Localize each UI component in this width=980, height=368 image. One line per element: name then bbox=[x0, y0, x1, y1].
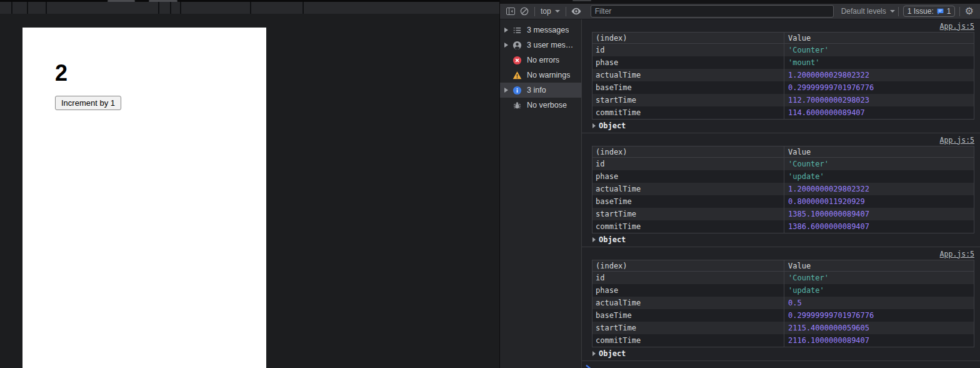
console-messages: App.js:5(index)Valueid'Counter'phase'mou… bbox=[582, 19, 980, 368]
console-table: (index)Valueid'Counter'phase'mount'actua… bbox=[592, 32, 974, 120]
table-row: id'Counter' bbox=[592, 158, 974, 170]
toolbar-divider bbox=[534, 7, 535, 16]
console-input[interactable] bbox=[582, 361, 980, 368]
toolbar-divider bbox=[898, 7, 899, 16]
chevron-down-icon bbox=[555, 10, 560, 13]
table-header-row: (index)Value bbox=[592, 260, 974, 272]
tab-fragment bbox=[572, 0, 591, 1]
table-row: actualTime1.2000000029802322 bbox=[592, 69, 974, 81]
column-header[interactable]: (index) bbox=[592, 33, 784, 43]
object-expander[interactable]: Object bbox=[592, 120, 974, 131]
panel-left-icon bbox=[506, 6, 516, 16]
row-value: 0.29999999701976776 bbox=[784, 81, 974, 94]
source-link[interactable]: App.js:5 bbox=[940, 136, 974, 145]
row-key: actualTime bbox=[592, 183, 784, 195]
sidebar-item-label: 3 user mes… bbox=[527, 41, 573, 49]
row-key: baseTime bbox=[592, 81, 784, 94]
expand-arrow-icon bbox=[592, 237, 596, 242]
verbose-icon bbox=[512, 100, 522, 110]
source-line: App.js:5 bbox=[592, 21, 974, 31]
sidebar-item-verbose[interactable]: No verbose bbox=[500, 98, 581, 113]
log-levels-dropdown[interactable]: Default levels bbox=[841, 7, 895, 16]
expand-arrow-icon bbox=[592, 351, 596, 356]
row-value: 0.5 bbox=[784, 297, 974, 309]
sidebar-item-messages[interactable]: 3 messages bbox=[500, 23, 581, 38]
increment-button[interactable]: Increment by 1 bbox=[55, 96, 121, 110]
row-value: 1385.1000000089407 bbox=[784, 208, 974, 220]
tab-separator bbox=[27, 2, 28, 14]
filter-input[interactable] bbox=[591, 5, 834, 18]
context-selector[interactable]: top bbox=[538, 7, 562, 16]
sidebar-item-user-messages[interactable]: 3 user mes… bbox=[500, 38, 581, 53]
live-expression-button[interactable] bbox=[569, 5, 583, 18]
row-value: 0.800000011920929 bbox=[784, 195, 974, 208]
row-key: actualTime bbox=[592, 69, 784, 81]
row-value: 2116.1000000089407 bbox=[784, 334, 974, 347]
expand-arrow-icon bbox=[504, 28, 508, 33]
source-link[interactable]: App.js:5 bbox=[940, 22, 974, 31]
table-row: actualTime1.2000000029802322 bbox=[592, 183, 974, 195]
row-key: startTime bbox=[592, 208, 784, 220]
tab-separator bbox=[250, 2, 251, 14]
table-row: baseTime0.29999999701976776 bbox=[592, 81, 974, 94]
row-value: 'Counter' bbox=[784, 272, 974, 284]
table-header-row: (index)Value bbox=[592, 33, 974, 44]
table-row: commitTime2116.1000000089407 bbox=[592, 334, 974, 347]
row-key: phase bbox=[592, 170, 784, 183]
row-value: 1386.6000000089407 bbox=[784, 220, 974, 233]
row-key: startTime bbox=[592, 94, 784, 106]
toggle-sidebar-button[interactable] bbox=[504, 5, 518, 18]
table-row: phase'update' bbox=[592, 170, 974, 183]
object-expander[interactable]: Object bbox=[592, 347, 974, 359]
window-tab-strip bbox=[0, 2, 499, 14]
clear-console-button[interactable] bbox=[518, 5, 531, 18]
console-toolbar: top Default levels 1 Issue: bbox=[500, 4, 980, 19]
column-header[interactable]: Value bbox=[784, 260, 974, 271]
console-table: (index)Valueid'Counter'phase'update'actu… bbox=[592, 146, 974, 233]
row-key: phase bbox=[592, 284, 784, 297]
row-value: 'Counter' bbox=[784, 44, 974, 56]
row-value: 1.2000000029802322 bbox=[784, 183, 974, 195]
table-row: actualTime0.5 bbox=[592, 297, 974, 309]
column-header[interactable]: (index) bbox=[592, 260, 784, 271]
tab-separator bbox=[170, 2, 171, 14]
row-value: 1.2000000029802322 bbox=[784, 69, 974, 81]
warning-icon bbox=[512, 70, 522, 80]
issue-bubble-icon bbox=[936, 8, 944, 16]
devtools-panel: top Default levels 1 Issue: bbox=[499, 0, 980, 368]
object-expander[interactable]: Object bbox=[592, 233, 974, 245]
column-header[interactable]: Value bbox=[784, 146, 974, 157]
column-header[interactable]: (index) bbox=[592, 146, 784, 157]
sidebar-item-warnings[interactable]: No warnings bbox=[500, 68, 581, 83]
source-link[interactable]: App.js:5 bbox=[940, 250, 974, 258]
settings-button[interactable]: ⚙ bbox=[964, 6, 977, 16]
sidebar-item-errors[interactable]: No errors bbox=[500, 53, 581, 68]
source-line: App.js:5 bbox=[592, 135, 974, 145]
row-key: startTime bbox=[592, 322, 784, 334]
user-icon bbox=[512, 40, 522, 50]
sidebar-item-info[interactable]: 3 info bbox=[500, 83, 581, 98]
row-key: commitTime bbox=[592, 106, 784, 119]
source-line: App.js:5 bbox=[592, 249, 974, 258]
sidebar-item-label: 3 messages bbox=[527, 26, 569, 34]
context-selector-label: top bbox=[541, 7, 551, 16]
tab-separator bbox=[180, 2, 181, 14]
table-row: startTime112.70000000298023 bbox=[592, 94, 974, 106]
app-viewport: 2 Increment by 1 bbox=[22, 28, 266, 368]
column-header[interactable]: Value bbox=[784, 33, 974, 43]
console-table: (index)Valueid'Counter'phase'update'actu… bbox=[592, 260, 974, 347]
expand-arrow-icon bbox=[504, 43, 508, 48]
counter-value: 2 bbox=[55, 60, 68, 86]
console-message: App.js:5(index)Valueid'Counter'phase'mou… bbox=[582, 19, 980, 133]
list-icon bbox=[512, 25, 522, 35]
table-row: baseTime0.800000011920929 bbox=[592, 195, 974, 208]
table-row: commitTime1386.6000000089407 bbox=[592, 220, 974, 233]
object-label: Object bbox=[599, 121, 626, 130]
row-key: commitTime bbox=[592, 334, 784, 347]
expand-arrow-icon bbox=[592, 123, 596, 128]
table-row: id'Counter' bbox=[592, 44, 974, 56]
issues-badge[interactable]: 1 Issue: 1 bbox=[903, 6, 956, 17]
console-message: App.js:5(index)Valueid'Counter'phase'upd… bbox=[582, 247, 980, 361]
row-key: phase bbox=[592, 56, 784, 69]
console-message: App.js:5(index)Valueid'Counter'phase'upd… bbox=[582, 133, 980, 247]
